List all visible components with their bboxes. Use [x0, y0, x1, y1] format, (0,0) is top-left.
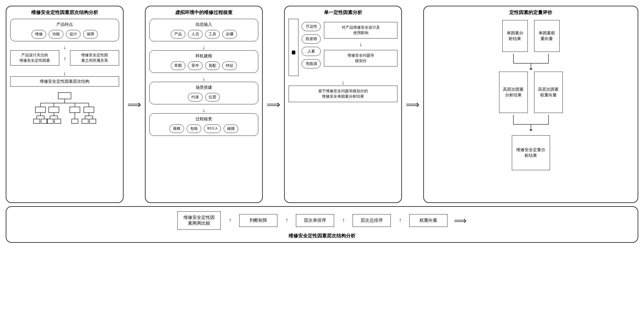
s4-merge-area	[496, 54, 566, 70]
arrow-down-2: ↓	[10, 70, 119, 76]
product-features-title: 产品特点	[14, 22, 116, 27]
oval-collision: 碰撞	[224, 124, 238, 133]
top-row: 维修安全定性因素层次结构分析 产品特点 维修 功能 设计 保障 ↓ 产品设计关注…	[6, 6, 638, 203]
oval-person: 人员	[188, 30, 203, 38]
bottom-arrow-1: →	[227, 218, 233, 223]
section2-title: 虚拟环境中的维修过程核查	[149, 10, 258, 16]
oval-function: 功能	[49, 30, 63, 38]
bottom-arrow-4: →	[397, 218, 403, 223]
oval-hazard: 危险源	[302, 59, 321, 68]
svg-rect-20	[47, 119, 53, 123]
svg-marker-40	[529, 130, 533, 131]
svg-rect-4	[35, 107, 46, 113]
info-input-box: 信息输入 产品 人员 工具 步骤	[149, 19, 258, 41]
bottom-box-2: 判断矩阵	[239, 214, 277, 227]
oval-repair: 维修	[32, 30, 46, 38]
arrow-down-s2-1: ↓	[149, 44, 258, 50]
arrow-s3-s4: ⟹	[404, 99, 421, 110]
product-features-box: 产品特点 维修 功能 设计 保障	[10, 19, 119, 41]
bottom-section: 维修安全定性因素两两比较 → 判断矩阵 → 层次单排序 → 层次总排序 → 权重…	[6, 206, 638, 243]
oval-guarantee: 保障	[83, 30, 98, 38]
s3-bottom-box: 基于维修安全问题等级划分的维修安全单因素分析结果	[289, 86, 397, 102]
oval-tool: 工具	[205, 30, 220, 38]
section1-title: 维修安全定性因素层次结构分析	[10, 10, 119, 16]
svg-rect-8	[70, 107, 80, 113]
tree-diagram	[10, 89, 119, 128]
oval-position: 位置	[205, 93, 220, 102]
product-features-ovals: 维修 功能 设计 保障	[14, 30, 116, 38]
s3-arrow-down-1: ↓	[324, 41, 397, 47]
tree-svg	[26, 91, 103, 126]
bottom-big-arrow: ⟹	[454, 215, 467, 226]
oval-cone: 视锥	[169, 124, 184, 133]
s3-impact-box: 对产品维修安全设计及使用影响	[324, 22, 397, 38]
arrow-down-s2-2: ↓	[149, 75, 258, 82]
prototype-box: 样机建模 草图 零件 装配 特征	[149, 50, 258, 73]
design-factors-box: 产品设计关注的维修安全定性因素	[10, 50, 59, 66]
svg-rect-6	[49, 107, 59, 113]
s4-merge-svg	[496, 54, 566, 70]
svg-rect-0	[58, 93, 71, 99]
bottom-arrow-2: →	[283, 218, 290, 223]
bottom-row-items: 维修安全定性因素两两比较 → 判断矩阵 → 层次单排序 → 层次总排序 → 权重…	[12, 211, 632, 230]
oval-draft: 草图	[171, 61, 185, 70]
bottom-box-1: 维修安全定性因素两两比较	[177, 211, 221, 230]
svg-marker-35	[529, 68, 533, 70]
s4-high-weight: 高层次因素权重向量	[534, 72, 563, 113]
s4-row2: 高层次因素分析结果 高层次因素权重向量	[499, 72, 563, 113]
s4-single-weight: 单因素权重向量	[534, 20, 560, 52]
arrow-s2-s3: ⟹	[265, 99, 282, 110]
arrow-down-1: ↓	[10, 44, 119, 50]
oval-step: 步骤	[222, 30, 237, 38]
section2: 虚拟环境中的维修过程核查 信息输入 产品 人员 工具 步骤 ↓ 样机建模 草图 …	[145, 6, 263, 203]
section4: 定性因素的定量评价 单因素分析结果 单因素权重向量	[423, 6, 638, 203]
scene-ovals: 约束 位置	[153, 93, 255, 102]
info-input-title: 信息输入	[153, 22, 255, 27]
oval-assembly: 装配	[205, 61, 220, 70]
bottom-box-5: 权重向量	[409, 214, 447, 227]
s4-final-box: 维修安全定量分析结果	[512, 135, 550, 170]
belonging-box: 维修安全定性因素之间所属关系	[70, 50, 119, 66]
oval-rula: RULA	[204, 124, 221, 133]
section3: 单一定性因素分析 维修安全单因素分析 可达性 防差错 人素 危险源 对产品维修安…	[284, 6, 402, 203]
info-input-ovals: 产品 人员 工具 步骤	[153, 30, 255, 38]
s4-row1: 单因素分析结果 单因素权重向量	[502, 20, 560, 52]
s3-arrow-down-2: ↓	[289, 79, 397, 86]
process-ovals: 视锥 包络 RULA 碰撞	[153, 124, 255, 133]
arrow-right-inner: →	[61, 56, 68, 62]
oval-envelope: 包络	[187, 124, 201, 133]
oval-constraint: 约束	[188, 93, 203, 102]
section3-title: 单一定性因素分析	[289, 10, 397, 16]
s3-grade-box: 维修安全问题等级划分	[324, 50, 397, 66]
svg-rect-30	[89, 119, 96, 123]
svg-rect-28	[82, 119, 88, 123]
process-title: 过程核查	[153, 116, 255, 122]
s4-merge-svg2	[496, 115, 566, 131]
s4-high-analysis: 高层次因素分析结果	[499, 72, 528, 113]
oval-reachable: 可达性	[302, 22, 321, 31]
oval-errorproof: 防差错	[302, 34, 321, 44]
main-wrapper: 维修安全定性因素层次结构分析 产品特点 维修 功能 设计 保障 ↓ 产品设计关注…	[6, 6, 638, 243]
s4-full: 单因素分析结果 单因素权重向量	[428, 19, 634, 170]
oval-feature: 特征	[222, 61, 237, 70]
prototype-title: 样机建模	[153, 53, 255, 59]
oval-part: 零件	[188, 61, 203, 70]
svg-rect-22	[54, 119, 61, 123]
process-box: 过程核查 视锥 包络 RULA 碰撞	[149, 113, 258, 136]
svg-rect-16	[41, 119, 47, 123]
section1: 维修安全定性因素层次结构分析 产品特点 维修 功能 设计 保障 ↓ 产品设计关注…	[6, 6, 124, 203]
svg-rect-24	[72, 119, 78, 123]
bottom-box-3: 层次单排序	[296, 214, 334, 227]
oval-product: 产品	[171, 30, 185, 38]
s4-merge-area2	[496, 115, 566, 131]
bottom-box-4: 层次总排序	[353, 214, 391, 227]
svg-rect-14	[33, 119, 40, 123]
section4-title: 定性因素的定量评价	[428, 10, 634, 16]
oval-humanfactor: 人素	[302, 47, 321, 56]
prototype-ovals: 草图 零件 装配 特征	[153, 61, 255, 70]
scene-box: 场景搭建 约束 位置	[149, 82, 258, 104]
s3-right-col: 对产品维修安全设计及使用影响 ↓ 维修安全问题等级划分	[324, 19, 397, 66]
structure-label-box: 维修安全定性因素层次结构	[10, 76, 119, 87]
oval-design: 设计	[66, 30, 81, 38]
bottom-section-label: 维修安全定性因素层次结构分析	[289, 233, 355, 239]
